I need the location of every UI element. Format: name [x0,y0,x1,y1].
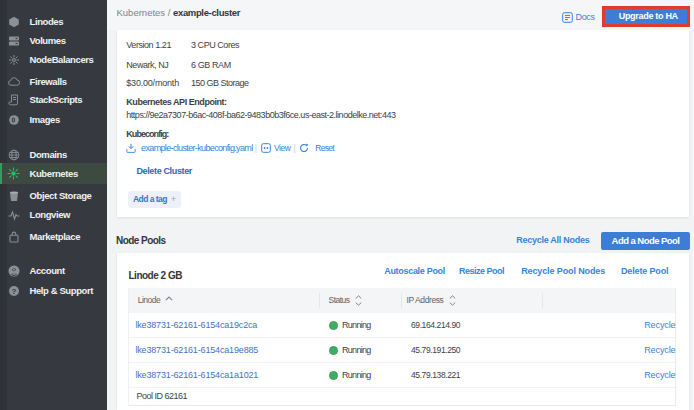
svg-text:?: ? [12,287,17,296]
